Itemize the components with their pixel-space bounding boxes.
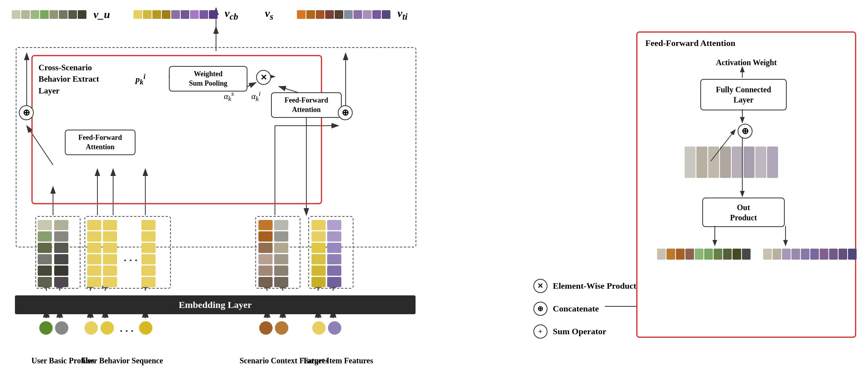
vcb-label: vcb	[225, 7, 238, 22]
feed-forward-attention-node-left: Feed-ForwardAttention	[65, 130, 136, 155]
vu-swatch-8	[78, 10, 86, 19]
color-bars-row: v_u vcb vs	[12, 7, 407, 22]
input-circle-ti1	[312, 321, 326, 335]
vcb-swatch-8	[200, 10, 208, 19]
cell	[258, 266, 273, 276]
vu-swatch-5	[49, 10, 58, 19]
input-circle-sc1	[259, 321, 273, 335]
cell	[274, 243, 288, 253]
cell	[103, 254, 117, 264]
cell	[311, 254, 326, 264]
cell	[103, 231, 117, 242]
ff-attention-main-box: Feed-Forward Attention Activation Weight…	[636, 31, 856, 338]
cell	[311, 231, 326, 242]
ubp-col1	[38, 220, 52, 287]
cell	[141, 243, 156, 253]
input-circle-ubp2	[55, 321, 68, 335]
vu-swatch-2	[21, 10, 30, 19]
cell	[141, 231, 156, 242]
cell	[87, 220, 101, 230]
legend-sum-label: Sum Operator	[553, 326, 606, 337]
cell	[87, 243, 101, 253]
cell	[696, 147, 707, 178]
input-circle-ti2	[328, 321, 341, 335]
vcb-bar-group: vcb	[134, 7, 238, 22]
vti-label: vti	[397, 7, 407, 22]
cell	[327, 277, 341, 287]
cell	[103, 220, 117, 230]
ubs-col2	[103, 220, 117, 287]
vcb-swatch-1	[134, 10, 142, 19]
vti-swatch-8	[363, 10, 372, 19]
vti-strip	[297, 10, 390, 19]
cell	[54, 277, 68, 287]
cell	[103, 243, 117, 253]
vs-label: vs	[265, 7, 273, 22]
cell	[258, 243, 273, 253]
concat-circle-left: ⊕	[19, 105, 34, 120]
ff-feature-strip-top	[685, 147, 778, 178]
cell	[38, 220, 52, 230]
vcb-swatch-7	[190, 10, 199, 19]
fully-connected-layer-node: Fully ConnectedLayer	[700, 79, 787, 110]
cell	[87, 254, 101, 264]
legend-sum-circle: +	[533, 324, 548, 339]
ff-bottom-strip2	[763, 249, 857, 260]
cell	[685, 147, 696, 178]
vti-swatch-5	[335, 10, 343, 19]
activation-weight-label: Activation Weight	[716, 58, 777, 67]
cell	[720, 147, 731, 178]
vu-strip	[12, 10, 86, 19]
vti-swatch-7	[353, 10, 362, 19]
main-container: v_u vcb vs	[0, 0, 868, 370]
cell	[38, 254, 52, 264]
cell	[311, 220, 326, 230]
cell	[274, 231, 288, 242]
cell	[327, 254, 341, 264]
vu-label: v_u	[93, 8, 110, 21]
cell	[141, 277, 156, 287]
sc-col2	[274, 220, 288, 287]
cross-scenario-label: Cross-ScenarioBehavior ExtractLayer	[38, 62, 99, 97]
cell	[743, 147, 754, 178]
vcb-strip	[134, 10, 218, 19]
cell	[311, 277, 326, 287]
cell	[327, 231, 341, 242]
vcb-swatch-5	[171, 10, 180, 19]
embedding-layer-bar: Embedding Layer	[15, 295, 416, 314]
vti-swatch-9	[372, 10, 381, 19]
out-product-node: OutProduct	[702, 198, 785, 227]
vti-swatch-1	[297, 10, 306, 19]
vcb-swatch-3	[152, 10, 161, 19]
legend-area: ✕ Element-Wise Product ⊕ Concatenate + S…	[533, 279, 636, 339]
cell	[141, 254, 156, 264]
cell	[755, 147, 766, 178]
vu-swatch-1	[12, 10, 20, 19]
cell	[38, 266, 52, 276]
cell	[38, 243, 52, 253]
dots-behavior: . . .	[124, 251, 137, 264]
cell	[274, 277, 288, 287]
vu-swatch-7	[68, 10, 77, 19]
cell	[87, 231, 101, 242]
sc-col1	[258, 220, 273, 287]
cell	[38, 231, 52, 242]
alpha-ks-label: αks	[224, 90, 234, 103]
feed-forward-attention-node-right: Feed-ForwardAttention	[271, 92, 342, 118]
vu-swatch-4	[40, 10, 49, 19]
cell	[311, 266, 326, 276]
cell	[141, 220, 156, 230]
cell	[327, 266, 341, 276]
cell	[54, 254, 68, 264]
ff-bottom-strip1	[657, 249, 751, 260]
cell	[87, 277, 101, 287]
ff-attention-title: Feed-Forward Attention	[645, 38, 735, 48]
cell	[708, 147, 719, 178]
vu-swatch-6	[59, 10, 68, 19]
vs-bar-group: vs	[262, 7, 273, 22]
vcb-swatch-4	[162, 10, 170, 19]
times-circle-inner: ✕	[256, 70, 271, 85]
cell	[258, 220, 273, 230]
input-circle-sc2	[275, 321, 288, 335]
cell	[258, 254, 273, 264]
